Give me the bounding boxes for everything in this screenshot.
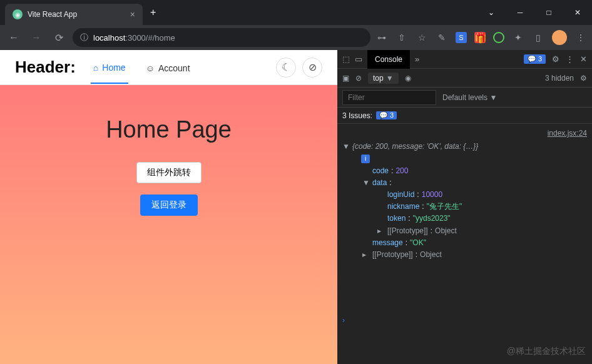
- expand-toggle[interactable]: ▼: [342, 141, 350, 153]
- expand-toggle[interactable]: ▸: [377, 225, 385, 237]
- filter-input[interactable]: [342, 90, 436, 105]
- nav-account-label: Account: [158, 63, 190, 73]
- more-tabs-icon[interactable]: »: [415, 54, 419, 64]
- watermark: @稀土掘金技术社区: [507, 344, 586, 358]
- side-panel-icon[interactable]: ▯: [532, 31, 544, 44]
- issues-row[interactable]: 3 Issues: 💬 3: [337, 108, 592, 124]
- outside-jump-button[interactable]: 组件外跳转: [136, 162, 202, 183]
- app-header: Header: ⌂ Home ☺ Account ☾ ⊘: [0, 50, 337, 85]
- clear-console-icon[interactable]: ⊘: [355, 74, 362, 83]
- ext-s-icon[interactable]: S: [456, 32, 467, 43]
- theme-toggle-button[interactable]: ☾: [276, 58, 296, 78]
- key-icon[interactable]: ⊶: [375, 31, 388, 44]
- window-minimize-button[interactable]: ─: [506, 0, 534, 25]
- object-tree: code: 200 ▼data: loginUid: 10000 nicknam…: [342, 165, 587, 261]
- ext-target-icon[interactable]: [493, 32, 504, 43]
- source-ref[interactable]: index.jsx:24: [342, 128, 587, 139]
- device-icon[interactable]: ▭: [355, 54, 362, 64]
- address-bar[interactable]: ⓘ localhost:3000/#/home: [73, 28, 370, 47]
- menu-icon[interactable]: ⋮: [574, 31, 587, 44]
- browser-tab[interactable]: ◉ Vite React App ×: [5, 4, 143, 25]
- profile-avatar[interactable]: [552, 30, 567, 45]
- issues-label: 3 Issues:: [342, 111, 372, 120]
- extensions-icon[interactable]: ✦: [512, 31, 524, 44]
- site-info-icon[interactable]: ⓘ: [80, 32, 88, 43]
- devtools-tabbar: ⬚ ▭ Console » 💬 3 ⚙ ⋮ ✕: [337, 50, 592, 69]
- star-icon[interactable]: ☆: [416, 31, 428, 44]
- edit-pen-icon[interactable]: ✎: [436, 31, 448, 44]
- expand-toggle[interactable]: ▼: [362, 177, 370, 189]
- page-title: Home Page: [106, 116, 232, 143]
- window-close-button[interactable]: ✕: [563, 0, 592, 25]
- console-prompt[interactable]: ›: [342, 315, 345, 326]
- forward-button[interactable]: →: [28, 29, 45, 46]
- header-title: Header:: [15, 58, 76, 77]
- ext-gift-icon[interactable]: 🎁: [474, 32, 486, 43]
- object-preview[interactable]: {code: 200, message: 'OK', data: {…}}: [352, 141, 478, 153]
- hidden-count[interactable]: 3 hidden: [545, 74, 574, 83]
- issues-count-badge: 💬 3: [376, 111, 397, 119]
- sidebar-toggle-icon[interactable]: ▣: [342, 74, 349, 83]
- settings-gear-icon[interactable]: ⚙: [552, 54, 559, 64]
- user-icon: ☺: [146, 63, 155, 73]
- back-button[interactable]: ←: [5, 29, 23, 46]
- devtools-close-icon[interactable]: ✕: [580, 54, 587, 64]
- log-levels-selector[interactable]: Default levels ▼: [442, 93, 497, 102]
- share-icon[interactable]: ⇧: [396, 31, 408, 44]
- inspect-icon[interactable]: ⬚: [342, 54, 350, 64]
- tab-favicon: ◉: [13, 9, 23, 19]
- console-settings-icon[interactable]: ⚙: [580, 74, 587, 83]
- info-icon[interactable]: i: [361, 154, 370, 163]
- console-tab[interactable]: Console: [367, 50, 410, 69]
- url-host: localhost: [93, 33, 125, 43]
- expand-toggle[interactable]: ▸: [362, 249, 370, 261]
- home-icon: ⌂: [93, 63, 98, 73]
- console-toolbar: ▣ ⊘ top ▼ ◉ 3 hidden ⚙: [337, 69, 592, 88]
- page-viewport: Header: ⌂ Home ☺ Account ☾ ⊘ Home Page 组…: [0, 50, 337, 364]
- browser-toolbar: ← → ⟳ ⓘ localhost:3000/#/home ⊶ ⇧ ☆ ✎ S …: [0, 25, 592, 50]
- nav-home-label: Home: [102, 63, 125, 73]
- issues-badge[interactable]: 💬 3: [524, 54, 546, 64]
- back-login-button[interactable]: 返回登录: [140, 195, 198, 216]
- nav-account[interactable]: ☺ Account: [143, 52, 193, 83]
- close-icon[interactable]: ×: [130, 9, 135, 19]
- tab-title: Vite React App: [28, 10, 77, 19]
- reload-button[interactable]: ⟳: [50, 29, 68, 46]
- new-tab-button[interactable]: +: [150, 7, 156, 18]
- window-maximize-button[interactable]: □: [534, 0, 563, 25]
- console-output: index.jsx:24 ▼{code: 200, message: 'OK',…: [337, 124, 592, 364]
- nav-home[interactable]: ⌂ Home: [91, 51, 128, 84]
- page-body: Home Page 组件外跳转 返回登录: [0, 85, 337, 364]
- kebab-icon[interactable]: ⋮: [566, 54, 574, 64]
- browser-titlebar: ◉ Vite React App × + ⌄ ─ □ ✕: [0, 0, 592, 25]
- console-filter-row: Default levels ▼: [337, 88, 592, 108]
- lang-toggle-button[interactable]: ⊘: [302, 58, 322, 78]
- context-selector[interactable]: top ▼: [368, 73, 399, 84]
- window-dropdown-button[interactable]: ⌄: [477, 0, 506, 25]
- url-path: :3000/#/home: [125, 33, 175, 43]
- devtools-panel: ⬚ ▭ Console » 💬 3 ⚙ ⋮ ✕ ▣ ⊘ top ▼ ◉ 3 hi…: [337, 50, 592, 364]
- live-expr-icon[interactable]: ◉: [405, 74, 411, 83]
